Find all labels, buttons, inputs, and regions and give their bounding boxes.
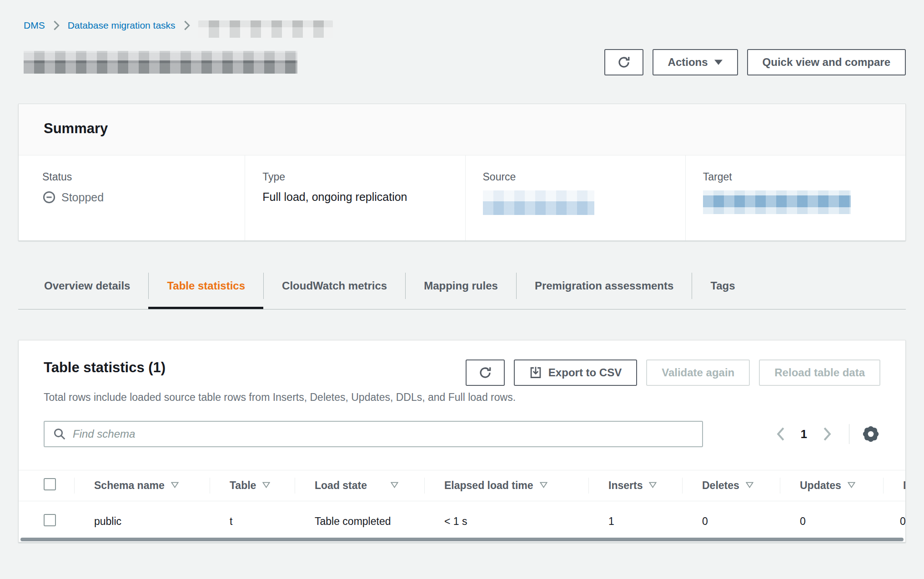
column-header-updates[interactable]: Updates	[780, 470, 883, 501]
summary-field-type: Type Full load, ongoing replication	[245, 155, 465, 240]
column-label: Load state	[315, 479, 367, 491]
table-refresh-button[interactable]	[466, 359, 505, 386]
column-label: Schema name	[94, 479, 165, 491]
column-label: Updates	[800, 479, 841, 491]
table-statistics-title: Table statistics (1)	[44, 359, 166, 376]
column-header-elapsed-load-time[interactable]: Elapsed load time	[424, 470, 588, 501]
sort-icon	[848, 482, 855, 488]
source-value-redacted	[483, 190, 594, 215]
toolbar-divider	[849, 424, 849, 444]
current-page-number: 1	[801, 427, 807, 441]
sort-icon	[391, 482, 398, 488]
chevron-right-icon	[184, 20, 190, 31]
caret-down-icon	[714, 60, 723, 65]
page-title-redacted	[24, 51, 297, 74]
page-header: Actions Quick view and compare	[18, 49, 906, 75]
breadcrumb: DMS Database migration tasks	[24, 14, 906, 37]
status-value: Stopped	[42, 190, 236, 204]
type-label: Type	[262, 171, 456, 183]
summary-field-target: Target	[685, 155, 905, 240]
column-header-deletes[interactable]: Deletes	[682, 470, 780, 501]
tab-label: Mapping rules	[424, 280, 498, 292]
table-statistics-card: Table statistics (1)	[18, 340, 906, 543]
tab-label: Premigration assessments	[535, 280, 673, 292]
table-statistics-table: Schema name Table Load state Elapsed loa…	[19, 470, 905, 542]
column-header-load-state[interactable]: Load state	[295, 470, 424, 501]
table-row: public t Table completed < 1 s 1 0 0 0	[19, 501, 905, 542]
breadcrumb-current-redacted	[198, 20, 333, 38]
row-checkbox[interactable]	[44, 514, 56, 526]
summary-field-status: Status Stopped	[19, 155, 245, 240]
table-header-row: Schema name Table Load state Elapsed loa…	[19, 470, 905, 501]
type-value: Full load, ongoing replication	[262, 190, 456, 204]
table-statistics-table-wrap: Schema name Table Load state Elapsed loa…	[19, 470, 905, 542]
breadcrumb-link-dms[interactable]: DMS	[24, 20, 45, 31]
quick-view-compare-button[interactable]: Quick view and compare	[747, 49, 906, 75]
gear-icon	[861, 424, 880, 444]
tab-overview-details[interactable]: Overview details	[26, 273, 148, 299]
find-schema-input[interactable]	[44, 421, 703, 447]
tab-tags[interactable]: Tags	[692, 273, 753, 299]
table-statistics-header: Table statistics (1)	[19, 359, 905, 404]
download-icon	[529, 366, 542, 379]
cell-deletes: 0	[682, 501, 780, 542]
validate-again-label: Validate again	[662, 366, 734, 379]
cell-table: t	[210, 501, 295, 542]
cell-updates: 0	[780, 501, 883, 542]
tab-premigration-assessments[interactable]: Premigration assessments	[516, 273, 692, 299]
chevron-right-icon	[53, 20, 60, 31]
cell-inserts: 1	[588, 501, 682, 542]
column-label: Inserts	[608, 479, 643, 491]
sort-icon	[649, 482, 657, 488]
header-actions: Actions Quick view and compare	[604, 49, 906, 75]
stopped-status-icon	[42, 190, 56, 204]
cell-load-state: Table completed	[295, 501, 424, 542]
cell-elapsed-load-time: < 1 s	[424, 501, 588, 542]
horizontal-scrollbar[interactable]	[20, 538, 904, 541]
column-header-schema-name[interactable]: Schema name	[74, 470, 210, 501]
summary-body: Status Stopped Type Full load, ongoing r…	[19, 155, 905, 240]
cell-ddls: 0	[883, 501, 905, 542]
table-settings-button[interactable]	[861, 424, 880, 444]
column-header-ddls[interactable]: DDLs	[883, 470, 905, 501]
target-label: Target	[703, 171, 896, 183]
search-icon	[53, 427, 66, 441]
source-label: Source	[483, 171, 676, 183]
export-csv-button[interactable]: Export to CSV	[514, 359, 637, 386]
refresh-icon	[617, 55, 631, 69]
summary-card: Summary Status Stopped Type Full load, o…	[18, 104, 906, 241]
breadcrumb-link-migration-tasks[interactable]: Database migration tasks	[68, 20, 176, 31]
status-label: Status	[42, 171, 236, 183]
next-page-button[interactable]	[819, 427, 835, 441]
tab-label: CloudWatch metrics	[282, 280, 387, 292]
tab-cloudwatch-metrics[interactable]: CloudWatch metrics	[263, 273, 405, 299]
dms-task-page: DMS Database migration tasks Actions	[0, 0, 924, 579]
column-label: Table	[230, 479, 256, 491]
refresh-button[interactable]	[604, 49, 643, 75]
actions-button[interactable]: Actions	[653, 49, 738, 75]
tab-mapping-rules[interactable]: Mapping rules	[405, 273, 516, 299]
schema-search	[44, 421, 703, 447]
cell-schema-name: public	[74, 501, 210, 542]
table-toolbar: 1	[19, 421, 905, 447]
summary-field-source: Source	[465, 155, 685, 240]
sort-icon	[746, 482, 753, 488]
table-statistics-description: Total rows include loaded source table r…	[44, 391, 880, 404]
pagination: 1	[773, 424, 880, 444]
reload-table-data-label: Reload table data	[774, 366, 865, 379]
summary-title: Summary	[44, 120, 880, 137]
validate-again-button[interactable]: Validate again	[646, 359, 750, 386]
export-csv-label: Export to CSV	[548, 366, 622, 379]
column-label: Deletes	[702, 479, 739, 491]
task-detail-tabs: Overview details Table statistics CloudW…	[18, 273, 906, 309]
column-label: DDLs	[903, 479, 905, 491]
status-text: Stopped	[61, 191, 104, 204]
column-header-table[interactable]: Table	[210, 470, 295, 501]
previous-page-button[interactable]	[773, 427, 789, 441]
reload-table-data-button[interactable]: Reload table data	[759, 359, 880, 386]
tab-table-statistics[interactable]: Table statistics	[148, 273, 263, 299]
column-header-inserts[interactable]: Inserts	[588, 470, 682, 501]
select-all-checkbox[interactable]	[44, 478, 56, 490]
tab-label: Tags	[710, 280, 735, 292]
actions-button-label: Actions	[668, 56, 708, 69]
